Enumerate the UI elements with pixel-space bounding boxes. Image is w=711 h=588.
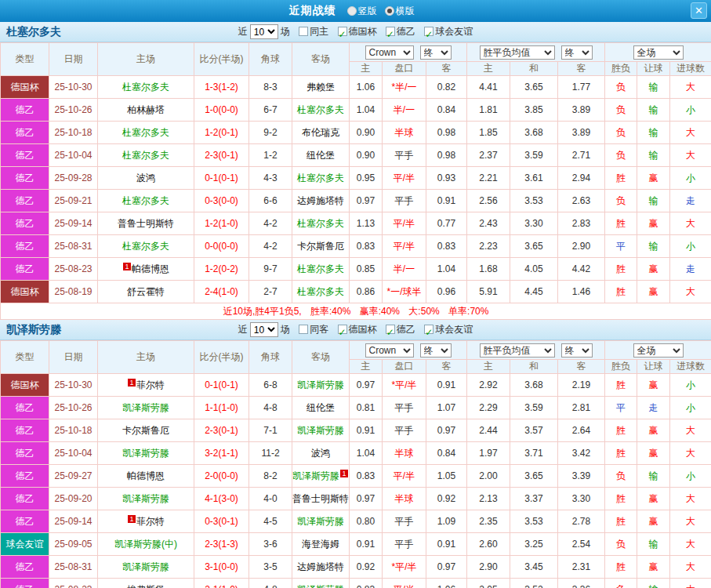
date-cell: 25-10-04	[49, 144, 98, 167]
match-row: 德乙 25-09-28 波鸿 0-1(0-1) 4-3 杜塞尔多夫 0.95 平…	[1, 167, 711, 190]
handicap-line-cell: 平手	[383, 419, 426, 442]
avg-home-cell: 1.81	[467, 99, 510, 122]
avg-draw-cell: 3.52	[510, 579, 558, 588]
avg-home-cell: 4.41	[467, 76, 510, 99]
home-team-name: 凯泽斯劳滕	[122, 493, 169, 504]
result-cell: 负	[605, 465, 637, 488]
avg-draw-cell: 3.45	[510, 556, 558, 579]
away-odds-cell: 0.84	[426, 442, 467, 465]
away-odds-cell: 1.09	[426, 510, 467, 533]
away-team-name: 普鲁士明斯特	[292, 493, 349, 504]
same-venue-label[interactable]: 同主	[310, 26, 328, 37]
fulltime-select[interactable]: 全场	[633, 45, 684, 60]
away-team-name: 卡尔斯鲁厄	[297, 241, 344, 252]
wdl-final-select[interactable]: 终	[561, 343, 593, 358]
date-cell: 25-10-04	[49, 442, 98, 465]
league-type-cell: 德乙	[1, 465, 49, 488]
recent-count-select[interactable]: 10	[250, 322, 278, 337]
close-icon[interactable]: ✕	[691, 2, 707, 19]
match-row: 德乙 25-09-20 凯泽斯劳滕 4-1(3-0) 4-0 普鲁士明斯特 0.…	[1, 488, 711, 510]
corner-cell: 11-2	[249, 442, 292, 465]
layout-vertical-radio[interactable]	[347, 6, 357, 16]
home-odds-cell: 1.04	[350, 99, 383, 122]
result-cell: 负	[605, 144, 637, 167]
goals-result-cell: 大	[670, 122, 711, 144]
league-de2-checkbox[interactable]	[386, 27, 395, 36]
home-odds-cell: 0.97	[350, 190, 383, 212]
avg-home-cell: 2.35	[467, 510, 510, 533]
wdl-controls: 胜平负均值终	[467, 43, 605, 62]
fulltime-select[interactable]: 全场	[633, 343, 684, 358]
wdl-average-select[interactable]: 胜平负均值	[480, 343, 555, 358]
league-de2-label[interactable]: 德乙	[397, 26, 415, 37]
col-home: 主场	[98, 43, 194, 76]
handicap-result-cell: 输	[637, 76, 670, 99]
corner-cell: 1-2	[249, 144, 292, 167]
away-team-cell: 杜塞尔多夫	[292, 167, 350, 190]
league-cup-label[interactable]: 德国杯	[349, 26, 377, 37]
same-venue-label[interactable]: 同客	[310, 324, 328, 335]
match-row: 球会友谊 25-09-05 凯泽斯劳滕(中) 2-3(1-3) 3-6 海登海姆…	[1, 533, 711, 556]
odds-company-select[interactable]: Crown	[365, 45, 414, 60]
goals-result-cell: 小	[670, 397, 711, 419]
result-cell: 负	[605, 533, 637, 556]
league-type-cell: 德乙	[1, 190, 49, 212]
same-venue-checkbox[interactable]	[299, 325, 308, 334]
goals-result-cell: 大	[670, 556, 711, 579]
league-cup-label[interactable]: 德国杯	[349, 324, 377, 335]
same-venue-checkbox[interactable]	[299, 27, 308, 36]
away-team-name: 杜塞尔多夫	[297, 218, 344, 229]
col-result: 胜负	[605, 360, 637, 374]
match-row: 德乙 25-10-18 杜塞尔多夫 1-2(0-1) 9-2 布伦瑞克 0.90…	[1, 122, 711, 144]
avg-home-cell: 1.97	[467, 442, 510, 465]
odds-final-select[interactable]: 终	[420, 45, 452, 60]
col-date: 日期	[49, 341, 98, 374]
layout-horizontal-label[interactable]: 横版	[396, 5, 415, 18]
home-team-cell: 杜塞尔多夫	[98, 122, 194, 144]
layout-horizontal-radio[interactable]	[385, 6, 394, 16]
score-cell: 2-3(0-1)	[194, 144, 249, 167]
league-cup-checkbox[interactable]	[338, 325, 347, 334]
away-odds-cell: 0.92	[426, 488, 467, 510]
corner-cell: 4-0	[249, 488, 292, 510]
avg-draw-cell: 3.59	[510, 144, 558, 167]
away-odds-cell: 0.97	[426, 556, 467, 579]
away-odds-cell: 1.04	[426, 258, 467, 281]
score-cell: 3-2(1-1)	[194, 442, 249, 465]
league-friendly-checkbox[interactable]	[424, 27, 433, 36]
home-team-name: 杜塞尔多夫	[122, 127, 169, 138]
avg-away-cell: 4.42	[558, 258, 605, 281]
score-cell: 2-1(1-0)	[194, 579, 249, 588]
handicap-line-cell: 平/半	[383, 465, 426, 488]
avg-away-cell: 2.31	[558, 556, 605, 579]
layout-vertical-label[interactable]: 竖版	[358, 5, 377, 18]
away-odds-cell: 0.82	[426, 76, 467, 99]
league-de2-label[interactable]: 德乙	[397, 324, 415, 335]
col-goals-result: 进球数	[670, 62, 711, 76]
avg-home-cell: 2.90	[467, 556, 510, 579]
odds-final-select[interactable]: 终	[420, 343, 452, 358]
col-avg-draw: 和	[510, 62, 558, 76]
league-friendly-checkbox[interactable]	[424, 325, 433, 334]
goals-result-cell: 大	[670, 442, 711, 465]
avg-away-cell: 3.42	[558, 442, 605, 465]
league-friendly-label[interactable]: 球会友谊	[435, 324, 473, 335]
matches-tbody: 德国杯 25-10-30 杜塞尔多夫 1-3(1-2) 8-3 弗赖堡 1.06…	[1, 76, 711, 303]
avg-away-cell: 2.90	[558, 235, 605, 258]
home-team-name: 杜塞尔多夫	[122, 150, 169, 161]
date-cell: 25-08-23	[49, 258, 98, 281]
odds-company-select[interactable]: Crown	[365, 343, 414, 358]
away-team-name: 波鸿	[311, 448, 330, 459]
avg-home-cell: 2.13	[467, 488, 510, 510]
wdl-final-select[interactable]: 终	[561, 45, 593, 60]
wdl-average-select[interactable]: 胜平负均值	[480, 45, 555, 60]
recent-count-select[interactable]: 10	[250, 24, 278, 39]
handicap-result-cell: 输	[637, 533, 670, 556]
league-de2-checkbox[interactable]	[386, 325, 395, 334]
league-type-cell: 德乙	[1, 212, 49, 235]
home-team-cell: 舒云霍特	[98, 281, 194, 303]
league-cup-checkbox[interactable]	[338, 27, 347, 36]
league-friendly-label[interactable]: 球会友谊	[435, 26, 473, 37]
home-team-cell: 凯泽斯劳滕	[98, 442, 194, 465]
date-cell: 25-09-27	[49, 465, 98, 488]
